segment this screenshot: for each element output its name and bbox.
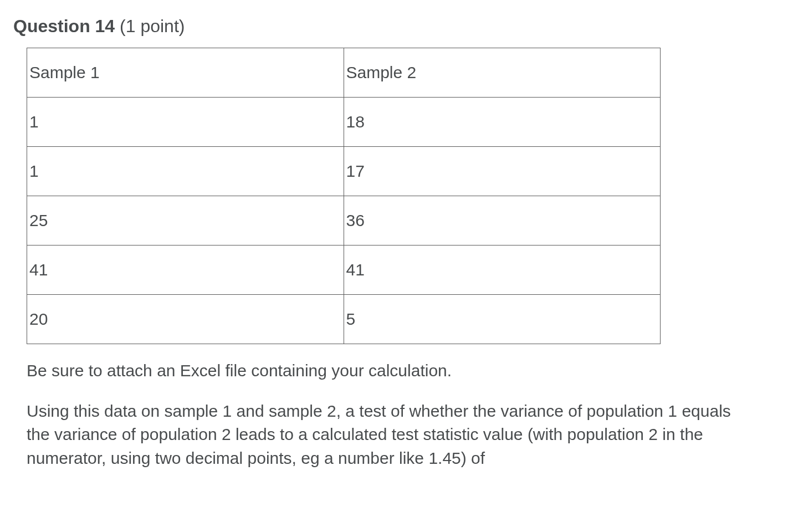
table-row: 1 18	[27, 98, 661, 147]
table-cell: 1	[27, 147, 344, 196]
table-cell: 17	[344, 147, 661, 196]
question-number: Question 14	[13, 16, 115, 36]
table-row: 25 36	[27, 196, 661, 245]
table-header-cell: Sample 2	[344, 48, 661, 98]
table-cell: 18	[344, 98, 661, 147]
table-row: 41 41	[27, 245, 661, 295]
table-row: 1 17	[27, 147, 661, 196]
question-header: Question 14 (1 point)	[13, 16, 763, 37]
question-prompt: Using this data on sample 1 and sample 2…	[27, 400, 747, 470]
data-table: Sample 1 Sample 2 1 18 1 17 25 36 41 41 …	[27, 48, 661, 344]
table-cell: 41	[27, 245, 344, 295]
table-cell: 36	[344, 196, 661, 245]
table-cell: 5	[344, 295, 661, 344]
question-container: Question 14 (1 point) Sample 1 Sample 2 …	[0, 0, 788, 493]
table-header-row: Sample 1 Sample 2	[27, 48, 661, 98]
table-row: 20 5	[27, 295, 661, 344]
table-cell: 41	[344, 245, 661, 295]
table-cell: 25	[27, 196, 344, 245]
question-points: (1 point)	[120, 16, 185, 36]
table-header-cell: Sample 1	[27, 48, 344, 98]
table-cell: 1	[27, 98, 344, 147]
table-cell: 20	[27, 295, 344, 344]
instruction-text: Be sure to attach an Excel file containi…	[27, 359, 740, 383]
